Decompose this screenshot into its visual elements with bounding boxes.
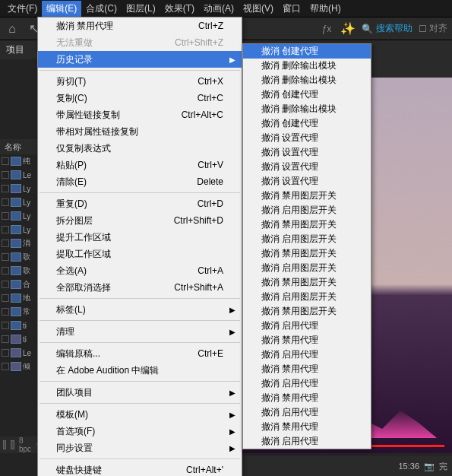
history-item[interactable]: 撤消 创建代理 [243, 116, 371, 131]
checkbox-icon[interactable] [2, 308, 9, 316]
color-swatch-2[interactable] [11, 440, 14, 449]
menu-item-label: 提取工作区域 [56, 248, 223, 261]
history-item[interactable]: 撤消 禁用图层开关 [243, 217, 371, 232]
checkbox-icon[interactable] [2, 322, 9, 329]
menu-item[interactable]: 清除(E)Delete [38, 173, 242, 190]
history-item-label: 撤消 禁用图层开关 [261, 218, 352, 231]
menu-item[interactable]: 拆分图层Ctrl+Shift+D [38, 212, 242, 229]
align-toggle[interactable]: ☐ 对齐 [419, 22, 447, 35]
history-item[interactable]: 撤消 设置代理 [243, 174, 371, 189]
history-item[interactable]: 撤消 删除输出模块 [243, 73, 371, 87]
item-type-icon [11, 348, 21, 357]
history-item[interactable]: 撤消 禁用代理 [243, 420, 371, 434]
submenu-arrow-icon: ▶ [229, 411, 235, 419]
menu-item[interactable]: 全选(A)Ctrl+A [38, 262, 242, 279]
history-item[interactable]: 撤消 启用代理 [243, 434, 371, 449]
home-icon[interactable]: ⌂ [5, 22, 20, 36]
history-item[interactable]: 撤消 禁用图层开关 [243, 304, 371, 319]
checkbox-icon[interactable] [2, 281, 9, 288]
history-item[interactable]: 撤消 禁用代理 [243, 391, 371, 405]
menu-item[interactable]: 重复(D)Ctrl+D [38, 195, 242, 212]
color-swatch[interactable] [3, 440, 6, 449]
menu-item[interactable]: 标签(L)▶ [38, 301, 242, 318]
history-item[interactable]: 撤消 删除输出模块 [243, 102, 371, 116]
checkbox-icon[interactable] [2, 335, 9, 343]
item-type-icon [11, 321, 21, 330]
checkbox-icon[interactable] [2, 349, 9, 357]
menu-item[interactable]: 全部取消选择Ctrl+Shift+A [38, 279, 242, 296]
menu-item: 无法重做Ctrl+Shift+Z [38, 34, 242, 51]
menu-5[interactable]: 动画(A) [199, 1, 239, 17]
menu-7[interactable]: 窗口 [278, 1, 305, 17]
history-item[interactable]: 撤消 启用图层开关 [243, 203, 371, 217]
checkbox-icon[interactable] [2, 267, 9, 274]
history-item[interactable]: 撤消 禁用图层开关 [243, 246, 371, 261]
menu-2[interactable]: 合成(C) [81, 1, 122, 17]
history-item[interactable]: 撤消 启用代理 [243, 376, 371, 391]
menu-4[interactable]: 效果(T) [160, 1, 199, 17]
history-item[interactable]: 撤消 禁用图层开关 [243, 189, 371, 203]
menu-item[interactable]: 键盘快捷键Ctrl+Alt+' [38, 462, 242, 476]
history-item-label: 撤消 启用代理 [261, 348, 352, 361]
history-item[interactable]: 撤消 启用图层开关 [243, 232, 371, 246]
checkbox-icon[interactable] [2, 363, 9, 370]
history-item-label: 撤消 禁用图层开关 [261, 305, 352, 318]
menu-1[interactable]: 编辑(E) [42, 1, 81, 17]
history-item[interactable]: 撤消 删除输出模块 [243, 59, 371, 73]
checkbox-icon[interactable] [2, 253, 9, 261]
menu-item-label: 带相对属性链接复制 [56, 125, 223, 138]
checkbox-icon[interactable] [2, 240, 9, 247]
menu-item[interactable]: 在 Adobe Audition 中编辑 [38, 362, 242, 379]
menu-6[interactable]: 视图(V) [239, 1, 278, 17]
menu-item[interactable]: 撤消 禁用代理Ctrl+Z [38, 17, 242, 34]
bpc-label[interactable]: 8 bpc [19, 436, 31, 453]
menu-item[interactable]: 同步设置▶ [38, 440, 242, 456]
checkbox-icon[interactable] [2, 294, 9, 302]
history-item[interactable]: 撤消 创建代理 [243, 87, 371, 102]
menu-item[interactable]: 提取工作区域 [38, 246, 242, 262]
menu-item[interactable]: 仅复制表达式 [38, 140, 242, 157]
history-item[interactable]: 撤消 启用图层开关 [243, 261, 371, 275]
menu-0[interactable]: 文件(F) [3, 1, 42, 17]
history-item[interactable]: 撤消 启用图层开关 [243, 290, 371, 304]
checkbox-icon[interactable] [2, 157, 9, 165]
search-help[interactable]: 🔍 搜索帮助 [362, 22, 412, 35]
checkbox-icon[interactable] [2, 171, 9, 179]
menu-item[interactable]: 模板(M)▶ [38, 406, 242, 423]
menu-item[interactable]: 首选项(F)▶ [38, 423, 242, 440]
menu-item[interactable]: 团队项目▶ [38, 384, 242, 401]
menu-item[interactable]: 清理▶ [38, 323, 242, 340]
history-item[interactable]: 撤消 禁用代理 [243, 362, 371, 376]
item-label: 纯 [23, 156, 30, 167]
menu-shortcut: Ctrl+Alt+' [186, 465, 223, 475]
menu-item[interactable]: 带属性链接复制Ctrl+Alt+C [38, 106, 242, 123]
wand-icon[interactable]: ✨ [340, 21, 356, 36]
checkbox-icon[interactable] [2, 226, 9, 233]
history-item-label: 撤消 启用图层开关 [261, 233, 352, 246]
checkbox-icon[interactable] [2, 198, 9, 206]
timecode[interactable]: 15:36 [398, 462, 419, 471]
camera-icon[interactable]: 📷 [424, 462, 435, 471]
menu-item[interactable]: 历史记录▶ [38, 51, 242, 68]
menu-separator [40, 320, 240, 321]
menu-8[interactable]: 帮助(H) [305, 1, 346, 17]
history-item[interactable]: 撤消 设置代理 [243, 145, 371, 160]
menu-item[interactable]: 剪切(T)Ctrl+X [38, 73, 242, 90]
menu-item[interactable]: 粘贴(P)Ctrl+V [38, 157, 242, 173]
checkbox-icon[interactable] [2, 212, 9, 220]
menu-item[interactable]: 复制(C)Ctrl+C [38, 90, 242, 106]
menu-item[interactable]: 提升工作区域 [38, 229, 242, 246]
history-item[interactable]: 撤消 设置代理 [243, 160, 371, 174]
history-item[interactable]: 撤消 设置代理 [243, 131, 371, 145]
history-item[interactable]: 撤消 禁用图层开关 [243, 275, 371, 290]
history-item[interactable]: 撤消 启用代理 [243, 319, 371, 333]
history-item[interactable]: 撤消 启用代理 [243, 405, 371, 420]
history-item[interactable]: 撤消 启用代理 [243, 347, 371, 362]
fx-icon[interactable]: ƒx [319, 24, 334, 34]
history-item[interactable]: 撤消 禁用代理 [243, 333, 371, 347]
menu-item[interactable]: 编辑原稿...Ctrl+E [38, 345, 242, 362]
menu-3[interactable]: 图层(L) [122, 1, 160, 17]
checkbox-icon[interactable] [2, 185, 9, 192]
history-item[interactable]: 撤消 创建代理 [243, 44, 371, 59]
menu-item[interactable]: 带相对属性链接复制 [38, 123, 242, 140]
